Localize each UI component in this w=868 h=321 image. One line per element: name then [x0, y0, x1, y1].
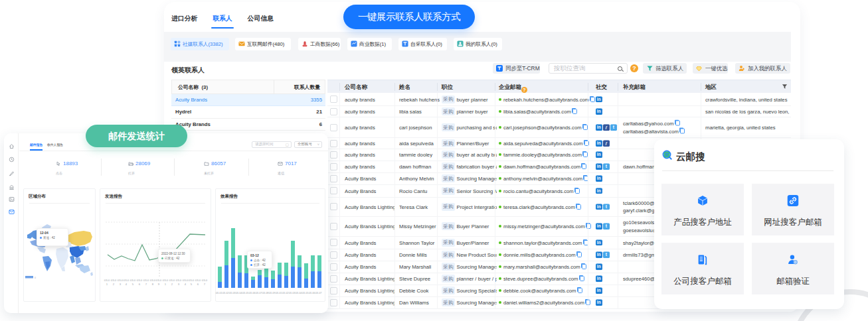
- svg-text:0: 0: [35, 277, 36, 279]
